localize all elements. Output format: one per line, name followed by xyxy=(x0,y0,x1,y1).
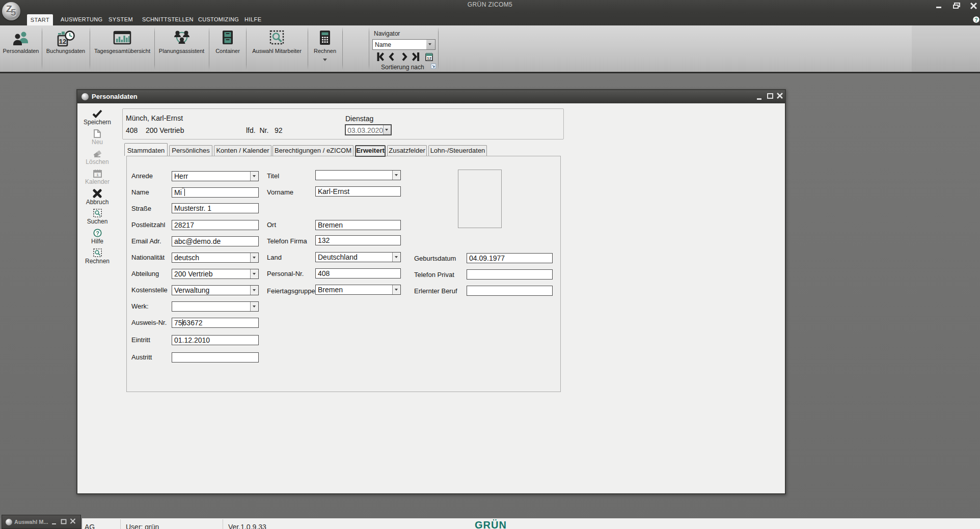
svg-text:12: 12 xyxy=(427,56,431,61)
svg-text:?: ? xyxy=(96,230,99,236)
svg-text:12: 12 xyxy=(59,38,66,45)
svg-text:?: ? xyxy=(974,17,977,23)
svg-text:1: 1 xyxy=(96,173,99,177)
